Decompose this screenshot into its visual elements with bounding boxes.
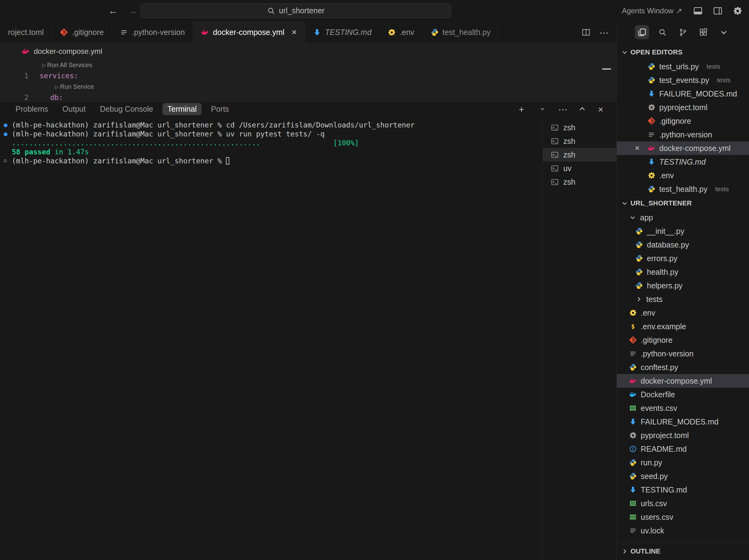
python-icon (636, 228, 643, 235)
tab-docker-compose-yml[interactable]: docker-compose.yml× (193, 21, 305, 43)
file-conftest-py[interactable]: conftest.py (617, 361, 749, 374)
open-editor-gitignore[interactable]: .gitignore (617, 114, 749, 128)
panel-tab-ports[interactable]: Ports (206, 103, 234, 115)
file-gitignore[interactable]: .gitignore (617, 333, 749, 347)
terminal-text: [100%] (333, 139, 359, 147)
docker-compose-icon (629, 377, 637, 385)
terminal-text (260, 139, 333, 147)
split-editor-icon[interactable] (582, 28, 590, 37)
command-decoration-icon[interactable] (4, 132, 7, 136)
back-icon[interactable]: ← (108, 5, 117, 16)
open-editor-python-version[interactable]: .python-version (617, 128, 749, 142)
file-docker-compose-yml[interactable]: docker-compose.yml (617, 374, 749, 388)
open-editors-section-header[interactable]: OPEN EDITORS (617, 45, 749, 60)
terminal-line: (mlh-pe-hackathon) zarifislam@Mac url_sh… (12, 156, 542, 166)
file-label: database.py (647, 240, 689, 250)
open-editor-testing-md[interactable]: TESTING.md (617, 155, 749, 169)
file-readme-md[interactable]: README.md (617, 442, 749, 456)
file-env[interactable]: .env (617, 306, 749, 320)
terminal-instance-uv[interactable]: uv (543, 161, 617, 175)
agents-window-link[interactable]: Agents Window ↗ (622, 6, 682, 15)
docker-compose-icon (22, 47, 30, 56)
editor: docker-compose.yml ▷Run All Services 1 s… (0, 43, 617, 101)
chevron-up-icon[interactable] (578, 105, 586, 113)
tab-gitignore[interactable]: .gitignore (52, 21, 112, 43)
breadcrumb[interactable]: docker-compose.yml (0, 43, 617, 60)
file-uv-lock[interactable]: uv.lock (617, 524, 749, 537)
file-database-py[interactable]: database.py (617, 238, 749, 252)
terminal-instance-zsh[interactable]: zsh (543, 148, 617, 161)
file-events-csv[interactable]: events.csv (617, 401, 749, 415)
branch-icon[interactable] (676, 25, 690, 39)
command-center-search[interactable]: url_shortener (141, 3, 451, 18)
forward-icon[interactable]: → (128, 5, 137, 16)
codelens-run-all-services[interactable]: ▷Run All Services (0, 60, 617, 70)
tab-python-version[interactable]: .python-version (112, 21, 193, 43)
codelens-run-service[interactable]: ▷Run Service (0, 81, 617, 92)
file-run-py[interactable]: run.py (617, 456, 749, 469)
file-pyproject-toml[interactable]: pyproject.toml (617, 429, 749, 442)
open-editor-failure-modes-md[interactable]: FAILURE_MODES.md (617, 87, 749, 101)
codelens-label: Run Service (60, 83, 94, 90)
gear-icon[interactable] (733, 6, 742, 16)
layout-sidebar-icon[interactable] (713, 6, 722, 16)
chevron-down-icon[interactable] (716, 25, 731, 39)
file-users-csv[interactable]: users.csv (617, 510, 749, 524)
python-icon (636, 282, 643, 289)
open-editor-test-health-py[interactable]: test_health.pytests (617, 182, 749, 196)
panel-tab-problems[interactable]: Problems (10, 103, 53, 115)
file-health-py[interactable]: health.py (617, 265, 749, 279)
outline-section-header[interactable]: OUTLINE (617, 542, 749, 560)
tab-testing-md[interactable]: TESTING.md (305, 21, 380, 43)
panel-bottom-icon[interactable] (693, 6, 703, 16)
terminal-instance-zsh[interactable]: zsh (543, 134, 617, 148)
file-python-version[interactable]: .python-version (617, 347, 749, 361)
tab-env[interactable]: .env (380, 21, 423, 43)
terminal-output[interactable]: (mlh-pe-hackathon) zarifislam@Mac url_sh… (0, 116, 542, 560)
file-label: pyproject.toml (641, 431, 689, 440)
open-editor-docker-compose-yml[interactable]: ×docker-compose.yml (617, 142, 749, 155)
editor-code[interactable]: ▷Run All Services 1 services: ▷Run Servi… (0, 60, 617, 101)
command-decoration-icon[interactable] (4, 124, 7, 127)
open-editor-test-urls-py[interactable]: test_urls.pytests (617, 60, 749, 73)
panel-tab-output[interactable]: Output (58, 103, 91, 115)
file-urls-csv[interactable]: urls.csv (617, 497, 749, 510)
terminal-instance-zsh[interactable]: zsh (543, 175, 617, 189)
open-editor-pyproject-toml[interactable]: pyproject.toml (617, 101, 749, 114)
terminal-line: (mlh-pe-hackathon) zarifislam@Mac url_sh… (12, 130, 542, 138)
file-init-py[interactable]: __init__.py (617, 224, 749, 238)
open-editor-test-events-py[interactable]: test_events.pytests (617, 73, 749, 87)
open-editor-env[interactable]: .env (617, 169, 749, 182)
file-label: .env (641, 308, 655, 318)
search-icon[interactable] (655, 25, 669, 39)
file-label: uv.lock (641, 526, 664, 535)
panel-tab-debug-console[interactable]: Debug Console (95, 103, 158, 115)
tab-test-health-py[interactable]: test_health.py (423, 21, 499, 43)
file-testing-md[interactable]: TESTING.md (617, 483, 749, 497)
titlebar: ← → url_shortener Agents Window ↗ (0, 0, 749, 21)
close-icon[interactable]: × (292, 27, 297, 37)
file-env-example[interactable]: $.env.example (617, 320, 749, 333)
file-dockerfile[interactable]: Dockerfile (617, 388, 749, 401)
extensions-icon[interactable] (696, 25, 710, 39)
file-errors-py[interactable]: errors.py (617, 252, 749, 265)
close-x-icon[interactable]: × (598, 105, 606, 113)
file-failure-modes-md[interactable]: FAILURE_MODES.md (617, 415, 749, 429)
caret-down-icon[interactable] (538, 105, 547, 113)
file-seed-py[interactable]: seed.py (617, 469, 749, 483)
close-icon[interactable]: × (635, 144, 640, 153)
more-icon[interactable]: ⋯ (558, 105, 566, 113)
plus-icon[interactable]: + (519, 105, 527, 113)
terminal-instance-zsh[interactable]: zsh (543, 121, 617, 134)
files-icon[interactable] (635, 25, 649, 39)
code-text: db: (50, 93, 63, 101)
workspace-section-header[interactable]: URL_SHORTENER (617, 196, 749, 211)
file-helpers-py[interactable]: helpers.py (617, 279, 749, 293)
tab-roject-toml[interactable]: roject.toml (0, 21, 52, 43)
folder-app[interactable]: app (617, 211, 749, 224)
folder-tests[interactable]: tests (617, 293, 749, 306)
agents-window-label: Agents Window (622, 6, 673, 15)
panel-tab-terminal[interactable]: Terminal (163, 103, 201, 115)
command-pending-icon[interactable] (4, 159, 7, 163)
more-icon[interactable]: ⋯ (600, 28, 608, 37)
